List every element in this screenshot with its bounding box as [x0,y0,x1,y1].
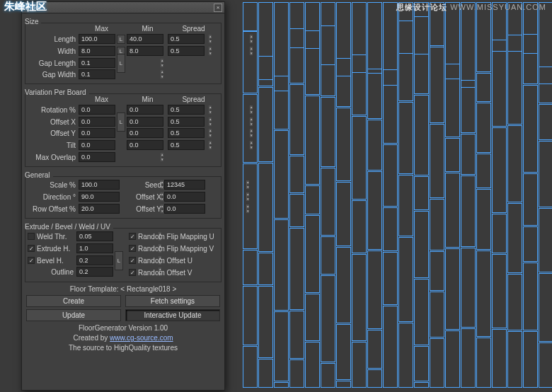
width-max[interactable]: ▴▾ [79,46,115,56]
board [321,168,335,236]
board [305,96,320,185]
board [321,275,335,362]
board [476,338,491,388]
floor-preview[interactable] [243,2,544,388]
board [445,248,460,330]
bevel-h[interactable]: ▴▾ [76,255,113,265]
board [274,382,289,388]
off-lock[interactable]: L [117,113,125,132]
board [336,182,351,246]
flipu-check[interactable] [129,233,136,240]
offx-max[interactable]: ▴▾ [79,117,115,127]
board [539,67,552,103]
board [492,127,507,213]
rot-min[interactable]: ▴▾ [127,105,163,115]
board [430,292,444,338]
board [336,381,351,388]
extrude-h[interactable]: ▴▾ [76,243,113,253]
offy-max[interactable]: ▴▾ [79,128,115,138]
board [414,16,429,94]
create-button[interactable]: Create [26,295,121,307]
board [414,279,429,345]
weld-check[interactable] [28,233,35,240]
gen-offy[interactable]: ▴▾ [164,204,205,214]
gap-lock[interactable]: L [117,54,125,73]
bevel-check[interactable] [28,257,35,264]
close-icon[interactable]: × [214,4,222,12]
board [461,2,476,88]
maxoverlap[interactable]: ▴▾ [79,152,115,162]
width-spread[interactable]: ▴▾ [168,46,205,56]
board [523,85,538,173]
rowoff[interactable]: ▴▾ [79,204,120,214]
board [289,194,304,227]
scale[interactable]: ▴▾ [79,180,120,190]
tilt-min[interactable]: ▴▾ [127,140,163,150]
tilt-max[interactable]: ▴▾ [79,140,115,150]
length-spread[interactable]: ▴▾ [168,34,205,44]
board [243,2,258,31]
board [258,359,273,388]
extrude-check[interactable] [28,245,35,252]
gapw[interactable]: ▴▾ [79,69,115,79]
offy-spread[interactable]: ▴▾ [168,128,205,138]
rot-spread[interactable]: ▴▾ [168,105,205,115]
gaplen[interactable]: ▴▾ [79,58,115,68]
board [492,40,507,127]
length-lock[interactable]: L [117,35,125,44]
board [383,306,398,388]
source-link[interactable]: www.cg-source.com [110,334,173,342]
offx-min[interactable]: ▴▾ [127,117,163,127]
board [461,328,476,388]
board [523,34,538,84]
board [539,141,552,207]
length-max[interactable]: ▴▾ [79,34,115,44]
board [289,228,304,310]
board [430,199,444,250]
offy-min[interactable]: ▴▾ [127,128,163,138]
rot-max[interactable]: ▴▾ [79,105,115,115]
update-button[interactable]: Update [26,309,121,321]
board [492,214,507,253]
offx-spread[interactable]: ▴▾ [168,117,205,127]
length-min[interactable]: ▴▾ [127,34,163,44]
weld-thr[interactable]: ▴▾ [76,231,113,241]
seed[interactable]: ▴▾ [164,180,205,190]
interactive-update-button[interactable]: Interactive Update [125,309,220,321]
width-label: Width [28,47,79,55]
board [398,175,413,236]
board [321,363,335,388]
board [336,324,351,380]
outline[interactable]: ▴▾ [76,267,113,277]
board [430,124,444,198]
flipv-check[interactable] [129,245,136,252]
direction[interactable]: ▴▾ [79,192,120,202]
titlebar[interactable]: Floor... × [22,2,224,13]
board [398,102,413,174]
width-min[interactable]: ▴▾ [127,46,163,56]
board [492,254,507,328]
roffv-check[interactable] [129,269,136,276]
board [336,58,351,107]
board [414,346,429,381]
board [507,274,522,330]
board [305,294,320,341]
board [383,252,398,305]
board [398,323,413,388]
gen-offx[interactable]: ▴▾ [164,192,205,202]
board [274,76,289,129]
board [445,138,460,172]
board [367,120,382,171]
board [414,176,429,210]
fetch-button[interactable]: Fetch settings [125,295,220,307]
board [523,263,538,330]
board [430,45,444,123]
bevel-lock[interactable]: L [115,251,123,270]
board [258,87,273,162]
gaplen-label: Gap Length [28,59,79,67]
floorgen-panel: Floor... × Size Max Min Spread Length ▴▾… [21,1,225,391]
roffu-check[interactable] [129,257,136,264]
page-watermark: 思缘设计论坛 WWW.MISSYUAN.COM [396,2,546,13]
board [367,171,382,250]
tilt-spread[interactable]: ▴▾ [168,140,205,150]
